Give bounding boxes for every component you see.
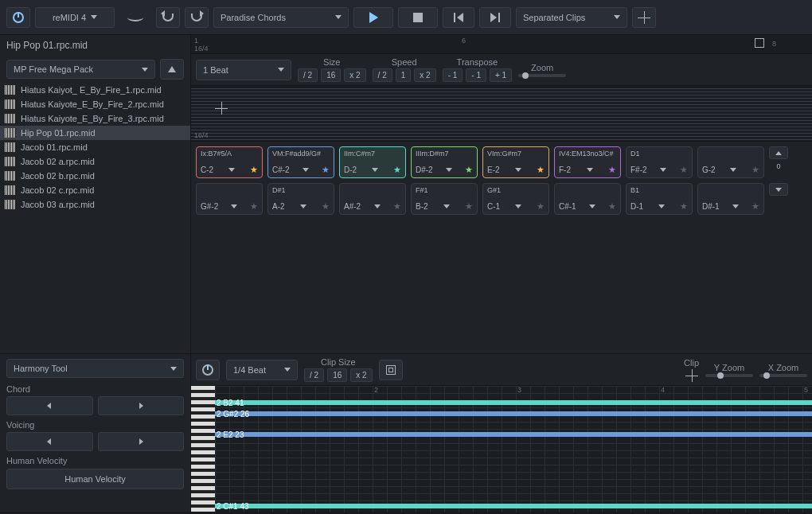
file-item[interactable]: Hiatus Kaiyote_E_By_Fire_3.rpc.mid [0, 111, 190, 126]
file-item[interactable]: Hiatus Kaiyote_E_By_Fire_2.rpc.mid [0, 97, 190, 111]
midi-preview[interactable]: 16/4 [191, 86, 812, 142]
clip-size-double[interactable]: x 2 [350, 368, 372, 382]
file-item[interactable]: Jacob 01.rpc.mid [0, 140, 190, 154]
chord-cell[interactable]: VIm:G#m7 E-2 ★ [482, 146, 549, 178]
app-name-dropdown[interactable]: reMIDI 4 [35, 7, 115, 28]
preset-dropdown[interactable]: Paradise Chords [213, 7, 349, 28]
star-icon[interactable]: ★ [680, 201, 688, 212]
chord-cell[interactable]: D#1 A-2 ★ [267, 183, 334, 215]
star-icon[interactable]: ★ [322, 201, 330, 212]
chevron-down-icon[interactable] [374, 204, 381, 208]
size-value[interactable]: 16 [321, 68, 341, 82]
pack-dropdown[interactable]: MP Free Mega Pack [6, 60, 155, 79]
size-half-button[interactable]: / 2 [298, 68, 318, 82]
chevron-down-icon[interactable] [515, 204, 521, 208]
chord-cell[interactable]: G-2 ★ [697, 146, 764, 178]
size-double-button[interactable]: x 2 [344, 68, 365, 82]
chord-cell[interactable]: G#1 C-1 ★ [482, 183, 549, 215]
skip-start-button[interactable] [443, 7, 474, 28]
file-item[interactable]: Jacob 03 a.rpc.mid [0, 197, 190, 212]
star-icon[interactable]: ★ [322, 165, 330, 175]
chord-cell[interactable]: A#-2 ★ [339, 183, 406, 215]
scroll-down-button[interactable] [769, 183, 788, 196]
star-icon[interactable]: ★ [393, 201, 401, 212]
loop-end-marker[interactable] [755, 38, 764, 48]
chevron-down-icon[interactable] [660, 168, 666, 172]
speed-double-button[interactable]: x 2 [414, 68, 435, 82]
star-icon[interactable]: ★ [680, 165, 688, 175]
human-vel-button[interactable]: Human Velocity [6, 469, 184, 489]
chevron-down-icon[interactable] [303, 168, 309, 172]
star-icon[interactable]: ★ [751, 165, 759, 175]
speed-value[interactable]: 1 [396, 68, 412, 82]
roll-note[interactable]: 2 C#1 43 [191, 504, 812, 508]
transpose-down-oct-button[interactable]: - 1 [466, 68, 486, 82]
star-icon[interactable]: ★ [250, 165, 258, 175]
pack-up-button[interactable] [160, 59, 184, 80]
chevron-down-icon[interactable] [372, 168, 378, 172]
undo-button[interactable] [156, 7, 180, 28]
file-item[interactable]: Jacob 02 a.rpc.mid [0, 154, 190, 169]
file-item[interactable]: Jacob 02 c.rpc.mid [0, 183, 190, 197]
chord-cell[interactable]: F#1 B-2 ★ [411, 183, 478, 215]
star-icon[interactable]: ★ [537, 165, 545, 175]
clip-size-val[interactable]: 16 [327, 368, 347, 382]
file-item[interactable]: Jacob 02 b.rpc.mid [0, 169, 190, 183]
star-icon[interactable]: ★ [537, 201, 545, 212]
chevron-down-icon[interactable] [730, 168, 736, 172]
chevron-down-icon[interactable] [231, 204, 237, 208]
roll-note[interactable]: 2 B2 41 [191, 400, 812, 405]
star-icon[interactable]: ★ [751, 201, 759, 212]
chord-cell[interactable]: D#-1 ★ [697, 183, 764, 215]
file-item[interactable]: Hiatus Kaiyot_ E_By_Fire_1.rpc.mid [0, 83, 190, 97]
chord-cell[interactable]: Ix:B7#5/A C-2 ★ [196, 146, 263, 178]
power-button[interactable] [6, 7, 30, 28]
drag-to-daw-button[interactable] [379, 360, 403, 380]
roll-note[interactable]: 2 E2 23 [191, 432, 812, 437]
chevron-down-icon[interactable] [228, 168, 235, 172]
chevron-down-icon[interactable] [443, 204, 450, 208]
beat-dropdown[interactable]: 1 Beat [196, 60, 291, 80]
roll-note[interactable]: 2 G#2 26 [191, 411, 812, 416]
skip-end-button[interactable] [479, 7, 511, 28]
chevron-down-icon[interactable] [589, 204, 595, 208]
chevron-down-icon[interactable] [515, 168, 521, 172]
yzoom-slider[interactable] [705, 374, 753, 377]
drag-clip-button[interactable] [632, 7, 656, 28]
chevron-down-icon[interactable] [446, 168, 452, 172]
chord-cell[interactable]: VM:F#add9/G# C#-2 ★ [267, 146, 334, 178]
chevron-down-icon[interactable] [732, 204, 739, 208]
chevron-down-icon[interactable] [300, 204, 306, 208]
star-icon[interactable]: ★ [465, 201, 473, 212]
xzoom-slider[interactable] [759, 374, 807, 377]
clip-move-handle[interactable] [685, 369, 698, 382]
transpose-down-button[interactable]: - 1 [443, 68, 463, 82]
roll-power-button[interactable] [196, 360, 220, 380]
chord-prev-button[interactable] [6, 396, 93, 415]
clip-size-half[interactable]: / 2 [304, 368, 324, 382]
star-icon[interactable]: ★ [250, 201, 258, 212]
piano-roll[interactable]: 23452 B2 412 G#2 262 E2 232 C#1 43 [191, 386, 812, 512]
play-button[interactable] [353, 7, 393, 28]
timeline-ruler[interactable]: 1 16/4 6 8 [191, 35, 812, 54]
chord-cell[interactable]: C#-1 ★ [554, 183, 621, 215]
clip-mode-dropdown[interactable]: Separated Clips [516, 7, 627, 28]
chord-cell[interactable]: B1 D-1 ★ [626, 183, 693, 215]
quarter-beat-dropdown[interactable]: 1/4 Beat [226, 360, 298, 380]
chord-cell[interactable]: IV4:EM13no3/C# F-2 ★ [554, 146, 621, 178]
speed-half-button[interactable]: / 2 [373, 68, 392, 82]
zoom-slider[interactable] [518, 74, 566, 77]
chord-next-button[interactable] [98, 396, 185, 415]
voicing-next-button[interactable] [98, 432, 185, 451]
scroll-up-button[interactable] [769, 146, 788, 159]
stop-button[interactable] [398, 7, 438, 28]
chevron-down-icon[interactable] [587, 168, 593, 172]
chord-cell[interactable]: D1 F#-2 ★ [626, 146, 693, 178]
harmony-tool-dropdown[interactable]: Harmony Tool [6, 359, 184, 378]
chevron-down-icon[interactable] [658, 204, 665, 208]
star-icon[interactable]: ★ [465, 165, 473, 175]
transpose-up-button[interactable]: + 1 [490, 68, 512, 82]
star-icon[interactable]: ★ [608, 201, 616, 212]
chord-cell[interactable]: IIm:C#m7 D-2 ★ [339, 146, 406, 178]
chord-cell[interactable]: IIIm:D#m7 D#-2 ★ [411, 146, 478, 178]
